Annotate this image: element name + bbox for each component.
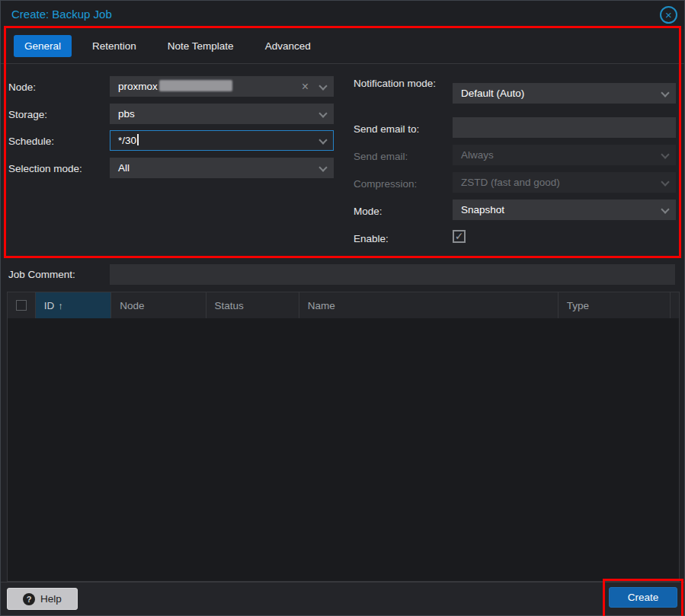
send-email-combobox: Always: [453, 145, 676, 165]
chevron-down-icon[interactable]: [661, 88, 669, 97]
mode-label: Mode:: [354, 205, 450, 218]
help-button[interactable]: ? Help: [7, 588, 78, 610]
column-header-status-label: Status: [215, 300, 244, 311]
send-email-to-input[interactable]: [453, 117, 676, 138]
checkmark-icon: ✓: [455, 230, 464, 242]
column-header-id[interactable]: ID ↑: [36, 292, 111, 318]
selection-mode-combobox[interactable]: All: [110, 158, 334, 178]
column-header-status[interactable]: Status: [206, 292, 299, 318]
column-header-spacer: [671, 292, 679, 318]
dialog-footer: ? Help Create: [1, 582, 684, 615]
mode-value: Snapshot: [461, 204, 504, 215]
sort-ascending-icon: ↑: [58, 300, 63, 311]
checkbox-icon: [16, 300, 27, 311]
chevron-down-icon[interactable]: [661, 205, 669, 213]
compression-label: Compression:: [354, 177, 450, 190]
grid-body-empty[interactable]: [8, 318, 679, 581]
job-comment-input[interactable]: [110, 264, 675, 285]
create-button[interactable]: Create: [609, 587, 677, 608]
question-mark-icon: ?: [23, 593, 35, 605]
create-button-label: Create: [628, 592, 659, 603]
select-all-checkbox[interactable]: [8, 292, 36, 318]
compression-value: ZSTD (fast and good): [461, 177, 560, 188]
chevron-down-icon: [661, 177, 669, 186]
selection-mode-value: All: [118, 162, 130, 174]
schedule-combobox[interactable]: */30: [110, 130, 334, 151]
node-combobox[interactable]: proxmox ×: [110, 76, 334, 97]
clear-icon[interactable]: ×: [302, 77, 309, 97]
node-label: Node:: [8, 81, 107, 93]
node-value: proxmox: [118, 81, 158, 92]
text-cursor: [137, 134, 139, 145]
send-email-value: Always: [461, 149, 494, 161]
grid-header-row: ID ↑ Node Status Name Type: [8, 292, 679, 318]
mode-combobox[interactable]: Snapshot: [453, 199, 676, 220]
schedule-value: */30: [118, 135, 136, 146]
send-email-label: Send email:: [354, 150, 450, 163]
tab-general[interactable]: General: [14, 35, 72, 57]
tab-general-label: General: [24, 40, 61, 52]
column-header-type[interactable]: Type: [559, 292, 671, 318]
chevron-down-icon: [661, 150, 669, 158]
tab-retention[interactable]: Retention: [82, 35, 147, 57]
tab-advanced-label: Advanced: [265, 40, 311, 52]
schedule-label: Schedule:: [8, 136, 107, 147]
chevron-down-icon[interactable]: [318, 81, 327, 90]
chevron-down-icon[interactable]: [318, 109, 327, 117]
dialog-title: Create: Backup Job: [11, 8, 112, 21]
column-header-name-label: Name: [308, 300, 335, 311]
chevron-down-icon[interactable]: [318, 136, 327, 144]
column-header-node-label: Node: [120, 300, 144, 311]
tab-retention-label: Retention: [92, 40, 136, 52]
column-header-type-label: Type: [567, 300, 589, 311]
compression-combobox: ZSTD (fast and good): [453, 172, 676, 193]
storage-label: Storage:: [8, 109, 107, 120]
storage-value: pbs: [118, 108, 135, 120]
notification-mode-value: Default (Auto): [461, 88, 524, 99]
dialog-titlebar: Create: Backup Job ×: [1, 1, 684, 29]
close-icon[interactable]: ×: [660, 6, 677, 24]
notification-mode-label: Notification mode:: [354, 77, 450, 90]
create-backup-job-dialog: Create: Backup Job × General Retention N…: [0, 0, 685, 616]
close-icon-glyph: ×: [665, 8, 672, 21]
help-button-label: Help: [40, 593, 62, 605]
column-header-name[interactable]: Name: [299, 292, 559, 318]
chevron-down-icon[interactable]: [318, 163, 327, 171]
tab-note-template[interactable]: Note Template: [157, 35, 245, 57]
storage-combobox[interactable]: pbs: [110, 104, 334, 124]
column-header-id-label: ID: [44, 300, 55, 311]
redaction-block: [159, 80, 232, 91]
enable-checkbox[interactable]: ✓: [453, 230, 466, 243]
column-header-node[interactable]: Node: [111, 292, 206, 318]
selection-mode-label: Selection mode:: [8, 163, 107, 174]
tab-note-template-label: Note Template: [168, 40, 234, 52]
job-comment-label: Job Comment:: [8, 269, 109, 280]
backup-selection-grid: ID ↑ Node Status Name Type: [7, 292, 680, 582]
enable-label: Enable:: [354, 232, 450, 245]
tab-advanced[interactable]: Advanced: [254, 35, 322, 57]
tab-bar: General Retention Note Template Advanced: [1, 29, 684, 64]
send-email-to-label: Send email to:: [354, 123, 450, 136]
notification-mode-combobox[interactable]: Default (Auto): [453, 83, 676, 104]
